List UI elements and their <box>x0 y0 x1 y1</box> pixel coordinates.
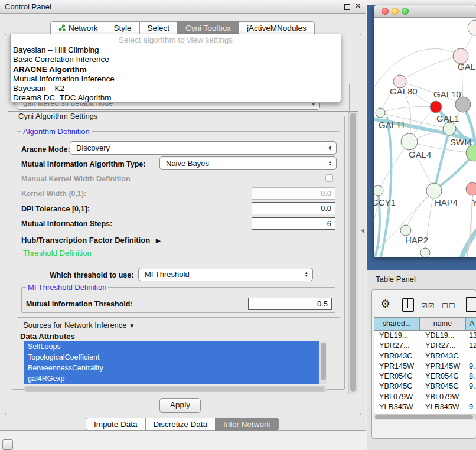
node-label: HAP4 <box>435 197 458 207</box>
algorithm-dropdown-popup: Select algorithm to view settings Bayesi… <box>10 34 341 103</box>
node-label: SWI4 <box>450 137 472 147</box>
node[interactable] <box>420 248 430 257</box>
gear-icon[interactable]: ⚙ <box>380 297 390 311</box>
float-window-icon[interactable] <box>344 4 350 10</box>
table-body[interactable]: YDL19...YDL19...13 YDR27...YDR27...12 YB… <box>374 331 476 414</box>
aracne-mode-combobox[interactable]: Discovery ▲▼ <box>70 141 337 155</box>
algorithm-option[interactable]: Dream8 DC_TDC Algorithm <box>11 93 341 103</box>
deselect-all-columns-icon[interactable]: ☐☐ <box>442 302 456 310</box>
node-hap4[interactable] <box>426 183 442 198</box>
which-threshold-combobox[interactable]: MI Threshold ▲▼ <box>138 268 313 281</box>
cyni-bottom-tab-bar: Impute Data Discretize Data Infer Networ… <box>86 418 279 431</box>
minimized-panel-button[interactable] <box>2 439 13 450</box>
node-selected-red[interactable] <box>430 101 442 113</box>
column-header-shared-name[interactable]: shared... <box>374 317 420 331</box>
sources-hscrollbar[interactable] <box>24 386 327 392</box>
kernel-width-field[interactable]: 0.0 <box>252 187 335 200</box>
mi-type-combobox[interactable]: Naive Bayes ▲▼ <box>159 156 337 170</box>
apply-button[interactable]: Apply <box>159 398 201 413</box>
edge <box>381 117 391 257</box>
table-row[interactable]: YBR045CYBR045C9. <box>374 381 476 392</box>
node-label: GAL <box>458 61 475 71</box>
node-gcy1[interactable] <box>374 185 383 196</box>
network-window-titlebar[interactable] <box>374 5 476 18</box>
which-threshold-label: Which threshold to use: <box>50 271 133 279</box>
tab-cyni-toolbox[interactable]: Cyni Toolbox <box>177 21 239 34</box>
node-label: GAL4 <box>409 149 431 159</box>
tab-jactivemnodules[interactable]: jActiveMNodules <box>239 21 315 34</box>
node-gal11[interactable] <box>376 108 385 118</box>
mi-threshold-field[interactable]: 0.5 <box>248 298 332 310</box>
mi-steps-label: Mutual Information Steps: <box>21 220 112 228</box>
network-canvas[interactable]: GAL GAL80 GAL10 GAL11 GAL1 SWI4 GAL4 GCY… <box>374 18 476 257</box>
stepper-arrows-icon: ▲▼ <box>305 272 308 277</box>
network-icon <box>58 24 66 31</box>
table-hscrollbar[interactable] <box>374 414 476 420</box>
screen: Control Panel ✕ Network Style Select Cyn… <box>0 0 476 450</box>
tab-network[interactable]: Network <box>50 21 106 34</box>
algorithm-option[interactable]: Mutual Information Inference <box>11 74 341 84</box>
minimize-traffic-light[interactable] <box>392 8 399 15</box>
node[interactable] <box>468 20 476 35</box>
select-all-columns-icon[interactable]: ☑☑ <box>421 302 435 310</box>
tab-style[interactable]: Style <box>106 21 140 34</box>
node-swi4[interactable] <box>466 145 476 161</box>
table-row[interactable]: YLR345WYLR345W9. <box>374 402 476 412</box>
table-row[interactable]: YER054CYER054C8. <box>374 371 476 381</box>
node-gal4[interactable] <box>401 133 418 150</box>
attribute-item-selected[interactable]: SelfLoops <box>24 341 327 352</box>
expanded-arrow-icon[interactable]: ▼ <box>129 322 135 329</box>
attribute-item-selected[interactable]: gal4RGexp <box>24 373 327 384</box>
sources-legend: Sources for Network Inference ▼ <box>21 321 136 330</box>
data-attributes-list[interactable]: SelfLoops TopologicalCoefficient Between… <box>24 341 327 384</box>
aracne-mode-label: Aracne Mode: <box>21 145 70 154</box>
close-icon[interactable]: ✕ <box>355 2 361 10</box>
split-columns-icon[interactable] <box>402 298 414 312</box>
node-label: GAL10 <box>433 89 461 99</box>
table-hscrollbar-thumb[interactable] <box>375 415 473 419</box>
table-row[interactable]: YBR043CYBR043C <box>374 351 476 361</box>
tab-infer-network[interactable]: Infer Network <box>215 418 279 431</box>
node-label: GAL11 <box>379 120 406 130</box>
edge <box>461 223 476 257</box>
dpi-tolerance-field[interactable]: 0.0 <box>252 202 335 214</box>
mi-threshold-label: Mutual Information Threshold: <box>26 300 133 308</box>
aracne-mode-value: Discovery <box>70 144 328 152</box>
tab-impute-data[interactable]: Impute Data <box>86 418 146 431</box>
algorithm-option[interactable]: Basic Correlation Inference <box>11 55 341 64</box>
panel-splitter-collapse-arrow[interactable] <box>361 229 364 233</box>
algorithm-option[interactable]: Bayesian – K2 <box>11 84 341 93</box>
mi-steps-field[interactable]: 6 <box>252 217 335 230</box>
attribute-item-selected[interactable]: BetweennessCentrality <box>24 363 327 373</box>
close-traffic-light[interactable] <box>382 8 389 15</box>
table-panel-title: Table Panel <box>376 275 416 283</box>
table-row[interactable]: YBL079WYBL079W <box>374 392 476 402</box>
attributes-scrollbar[interactable] <box>319 341 327 384</box>
algorithm-option-selected[interactable]: ARACNE Algorithm <box>11 65 341 74</box>
mi-type-label: Mutual Information Algorithm Type: <box>21 160 145 168</box>
network-graph: GAL GAL80 GAL10 GAL11 GAL1 SWI4 GAL4 GCY… <box>374 18 476 257</box>
node-hap2[interactable] <box>400 225 411 236</box>
export-table-icon[interactable] <box>466 297 476 312</box>
attributes-scrollbar-thumb[interactable] <box>321 343 326 380</box>
settings-scrollbar-thumb[interactable] <box>350 113 356 392</box>
settings-scrollbar[interactable] <box>348 112 358 394</box>
tab-discretize-data[interactable]: Discretize Data <box>145 418 216 431</box>
tab-select[interactable]: Select <box>139 21 178 34</box>
maximize-traffic-light[interactable] <box>402 8 409 15</box>
column-header-name[interactable]: name <box>419 317 466 331</box>
algorithm-option[interactable]: Bayesian – Hill Climbing <box>11 45 341 55</box>
table-row[interactable]: YDR27...YDR27...12 <box>374 341 476 351</box>
node-y[interactable] <box>466 182 476 195</box>
attribute-item-selected[interactable]: TopologicalCoefficient <box>24 352 327 363</box>
edge <box>400 56 461 81</box>
node-gal1[interactable] <box>443 122 456 135</box>
sources-hscrollbar-thumb[interactable] <box>25 387 325 391</box>
manual-kernel-checkbox[interactable] <box>325 174 333 182</box>
table-row[interactable]: YPR145WYPR145W9. <box>374 361 476 371</box>
column-header-clipped[interactable]: A <box>465 317 476 331</box>
table-row[interactable]: YDL19...YDL19...13 <box>374 331 476 341</box>
mi-threshold-legend: MI Threshold Definition <box>26 283 108 292</box>
hub-definition-toggle[interactable]: Hub/Transcription Factor Definition ▶ <box>21 236 161 244</box>
control-panel-tab-bar: Network Style Select Cyni Toolbox jActiv… <box>50 21 315 34</box>
